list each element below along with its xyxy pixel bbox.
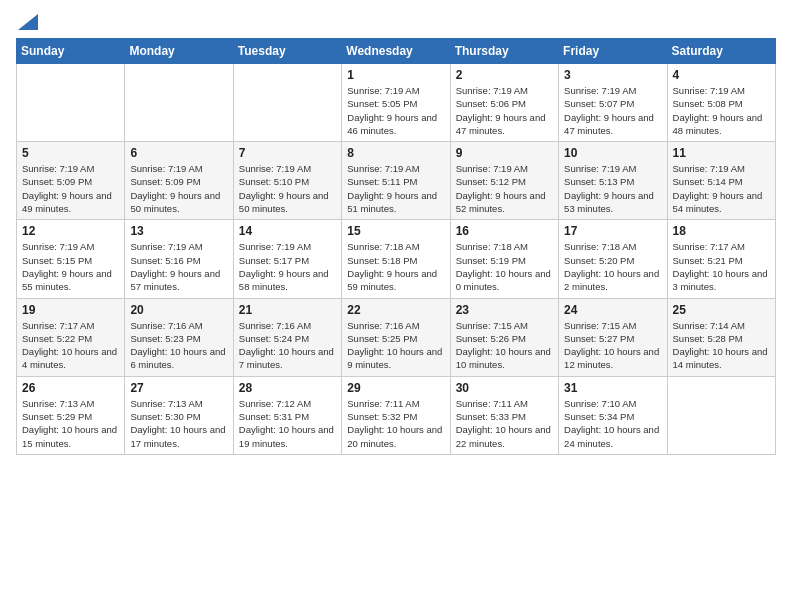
day-number: 28 [239, 381, 336, 395]
day-info: Sunrise: 7:15 AM Sunset: 5:27 PM Dayligh… [564, 319, 661, 372]
calendar-cell [125, 64, 233, 142]
calendar-cell: 22Sunrise: 7:16 AM Sunset: 5:25 PM Dayli… [342, 298, 450, 376]
day-number: 21 [239, 303, 336, 317]
calendar-cell: 26Sunrise: 7:13 AM Sunset: 5:29 PM Dayli… [17, 376, 125, 454]
calendar-cell: 2Sunrise: 7:19 AM Sunset: 5:06 PM Daylig… [450, 64, 558, 142]
day-number: 22 [347, 303, 444, 317]
day-info: Sunrise: 7:19 AM Sunset: 5:06 PM Dayligh… [456, 84, 553, 137]
day-number: 30 [456, 381, 553, 395]
day-number: 27 [130, 381, 227, 395]
day-number: 25 [673, 303, 770, 317]
day-info: Sunrise: 7:19 AM Sunset: 5:12 PM Dayligh… [456, 162, 553, 215]
calendar-cell: 8Sunrise: 7:19 AM Sunset: 5:11 PM Daylig… [342, 142, 450, 220]
day-number: 20 [130, 303, 227, 317]
day-number: 17 [564, 224, 661, 238]
weekday-header-wednesday: Wednesday [342, 39, 450, 64]
calendar-cell: 18Sunrise: 7:17 AM Sunset: 5:21 PM Dayli… [667, 220, 775, 298]
day-info: Sunrise: 7:15 AM Sunset: 5:26 PM Dayligh… [456, 319, 553, 372]
day-number: 13 [130, 224, 227, 238]
day-info: Sunrise: 7:19 AM Sunset: 5:07 PM Dayligh… [564, 84, 661, 137]
day-info: Sunrise: 7:12 AM Sunset: 5:31 PM Dayligh… [239, 397, 336, 450]
calendar-cell: 29Sunrise: 7:11 AM Sunset: 5:32 PM Dayli… [342, 376, 450, 454]
calendar-cell: 16Sunrise: 7:18 AM Sunset: 5:19 PM Dayli… [450, 220, 558, 298]
calendar-header-row: SundayMondayTuesdayWednesdayThursdayFrid… [17, 39, 776, 64]
calendar-cell: 27Sunrise: 7:13 AM Sunset: 5:30 PM Dayli… [125, 376, 233, 454]
day-number: 10 [564, 146, 661, 160]
day-number: 12 [22, 224, 119, 238]
day-number: 31 [564, 381, 661, 395]
day-number: 26 [22, 381, 119, 395]
day-number: 16 [456, 224, 553, 238]
calendar-cell: 25Sunrise: 7:14 AM Sunset: 5:28 PM Dayli… [667, 298, 775, 376]
day-number: 23 [456, 303, 553, 317]
weekday-header-sunday: Sunday [17, 39, 125, 64]
calendar-cell: 21Sunrise: 7:16 AM Sunset: 5:24 PM Dayli… [233, 298, 341, 376]
calendar-cell: 28Sunrise: 7:12 AM Sunset: 5:31 PM Dayli… [233, 376, 341, 454]
day-info: Sunrise: 7:18 AM Sunset: 5:19 PM Dayligh… [456, 240, 553, 293]
day-info: Sunrise: 7:17 AM Sunset: 5:22 PM Dayligh… [22, 319, 119, 372]
weekday-header-tuesday: Tuesday [233, 39, 341, 64]
calendar-cell: 12Sunrise: 7:19 AM Sunset: 5:15 PM Dayli… [17, 220, 125, 298]
day-info: Sunrise: 7:19 AM Sunset: 5:14 PM Dayligh… [673, 162, 770, 215]
day-info: Sunrise: 7:10 AM Sunset: 5:34 PM Dayligh… [564, 397, 661, 450]
weekday-header-thursday: Thursday [450, 39, 558, 64]
calendar-cell [667, 376, 775, 454]
day-number: 8 [347, 146, 444, 160]
calendar-cell: 24Sunrise: 7:15 AM Sunset: 5:27 PM Dayli… [559, 298, 667, 376]
day-info: Sunrise: 7:13 AM Sunset: 5:29 PM Dayligh… [22, 397, 119, 450]
logo [16, 16, 38, 28]
weekday-header-friday: Friday [559, 39, 667, 64]
calendar-table: SundayMondayTuesdayWednesdayThursdayFrid… [16, 38, 776, 455]
day-number: 3 [564, 68, 661, 82]
day-info: Sunrise: 7:19 AM Sunset: 5:11 PM Dayligh… [347, 162, 444, 215]
day-number: 18 [673, 224, 770, 238]
day-number: 24 [564, 303, 661, 317]
day-number: 2 [456, 68, 553, 82]
calendar-cell: 30Sunrise: 7:11 AM Sunset: 5:33 PM Dayli… [450, 376, 558, 454]
calendar-cell: 6Sunrise: 7:19 AM Sunset: 5:09 PM Daylig… [125, 142, 233, 220]
day-info: Sunrise: 7:19 AM Sunset: 5:16 PM Dayligh… [130, 240, 227, 293]
header [16, 16, 776, 28]
calendar-cell: 15Sunrise: 7:18 AM Sunset: 5:18 PM Dayli… [342, 220, 450, 298]
day-info: Sunrise: 7:19 AM Sunset: 5:13 PM Dayligh… [564, 162, 661, 215]
day-number: 14 [239, 224, 336, 238]
day-number: 1 [347, 68, 444, 82]
calendar-week-2: 5Sunrise: 7:19 AM Sunset: 5:09 PM Daylig… [17, 142, 776, 220]
calendar-cell: 11Sunrise: 7:19 AM Sunset: 5:14 PM Dayli… [667, 142, 775, 220]
calendar-cell: 31Sunrise: 7:10 AM Sunset: 5:34 PM Dayli… [559, 376, 667, 454]
calendar-cell: 14Sunrise: 7:19 AM Sunset: 5:17 PM Dayli… [233, 220, 341, 298]
weekday-header-monday: Monday [125, 39, 233, 64]
day-number: 5 [22, 146, 119, 160]
day-info: Sunrise: 7:11 AM Sunset: 5:33 PM Dayligh… [456, 397, 553, 450]
day-info: Sunrise: 7:19 AM Sunset: 5:17 PM Dayligh… [239, 240, 336, 293]
calendar-week-1: 1Sunrise: 7:19 AM Sunset: 5:05 PM Daylig… [17, 64, 776, 142]
calendar-cell: 1Sunrise: 7:19 AM Sunset: 5:05 PM Daylig… [342, 64, 450, 142]
calendar-cell: 23Sunrise: 7:15 AM Sunset: 5:26 PM Dayli… [450, 298, 558, 376]
day-number: 19 [22, 303, 119, 317]
calendar-cell: 20Sunrise: 7:16 AM Sunset: 5:23 PM Dayli… [125, 298, 233, 376]
day-number: 4 [673, 68, 770, 82]
calendar-cell [233, 64, 341, 142]
day-info: Sunrise: 7:19 AM Sunset: 5:05 PM Dayligh… [347, 84, 444, 137]
day-number: 11 [673, 146, 770, 160]
day-number: 15 [347, 224, 444, 238]
day-info: Sunrise: 7:19 AM Sunset: 5:08 PM Dayligh… [673, 84, 770, 137]
day-info: Sunrise: 7:16 AM Sunset: 5:23 PM Dayligh… [130, 319, 227, 372]
day-info: Sunrise: 7:16 AM Sunset: 5:24 PM Dayligh… [239, 319, 336, 372]
day-info: Sunrise: 7:18 AM Sunset: 5:20 PM Dayligh… [564, 240, 661, 293]
calendar-cell: 13Sunrise: 7:19 AM Sunset: 5:16 PM Dayli… [125, 220, 233, 298]
weekday-header-saturday: Saturday [667, 39, 775, 64]
calendar-cell: 19Sunrise: 7:17 AM Sunset: 5:22 PM Dayli… [17, 298, 125, 376]
day-info: Sunrise: 7:16 AM Sunset: 5:25 PM Dayligh… [347, 319, 444, 372]
calendar-cell: 4Sunrise: 7:19 AM Sunset: 5:08 PM Daylig… [667, 64, 775, 142]
calendar-cell: 10Sunrise: 7:19 AM Sunset: 5:13 PM Dayli… [559, 142, 667, 220]
day-info: Sunrise: 7:14 AM Sunset: 5:28 PM Dayligh… [673, 319, 770, 372]
calendar-cell: 17Sunrise: 7:18 AM Sunset: 5:20 PM Dayli… [559, 220, 667, 298]
calendar-cell: 5Sunrise: 7:19 AM Sunset: 5:09 PM Daylig… [17, 142, 125, 220]
day-number: 29 [347, 381, 444, 395]
page: SundayMondayTuesdayWednesdayThursdayFrid… [0, 0, 792, 612]
logo-icon [18, 14, 38, 30]
calendar-week-3: 12Sunrise: 7:19 AM Sunset: 5:15 PM Dayli… [17, 220, 776, 298]
calendar-cell [17, 64, 125, 142]
day-info: Sunrise: 7:17 AM Sunset: 5:21 PM Dayligh… [673, 240, 770, 293]
